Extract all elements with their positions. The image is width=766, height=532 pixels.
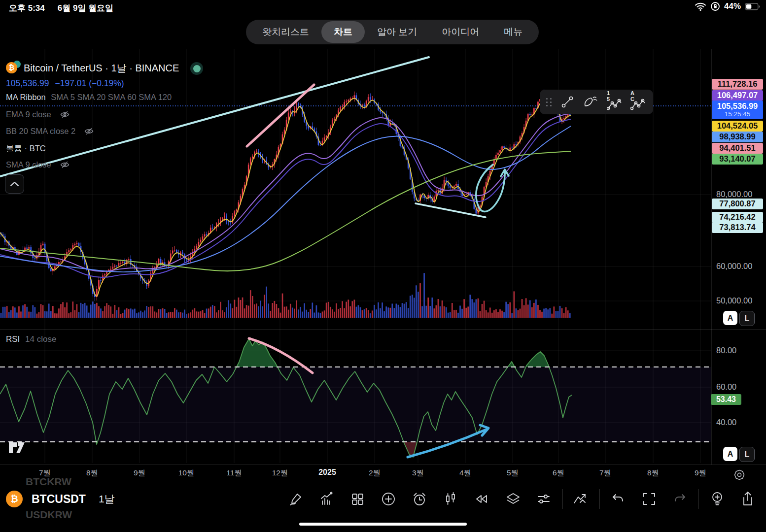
drawing-palette[interactable]: 1 5 A C: [540, 90, 653, 114]
legend-ema9[interactable]: EMA 9 close: [6, 110, 70, 119]
wifi-icon: [695, 2, 706, 11]
alert-button[interactable]: [410, 489, 429, 509]
legend-sma9[interactable]: SMA 9 close: [6, 160, 70, 169]
rsi-legend[interactable]: RSI 14 close: [6, 334, 56, 344]
axis-price-label: 80,000.00: [716, 190, 752, 199]
eye-off-icon[interactable]: [59, 161, 70, 169]
share-button[interactable]: [738, 489, 758, 509]
battery-icon: [745, 3, 760, 10]
ma-ribbon-legend[interactable]: MA Ribbon SMA 5 SMA 20 SMA 60 SMA 120: [6, 93, 172, 102]
rsi-value-badge: 53.43: [711, 394, 741, 405]
price-label: 111,728.16: [712, 79, 763, 90]
eye-off-icon[interactable]: [59, 110, 70, 119]
collapse-legend-button[interactable]: [5, 174, 24, 194]
price-label: 74,216.42: [712, 212, 763, 223]
axis-price-label: 60,000.00: [716, 262, 752, 271]
object-tree-button[interactable]: [534, 489, 554, 509]
price-label: 98,938.99: [712, 132, 763, 142]
chevron-up-icon: [10, 182, 19, 186]
tab-explore[interactable]: 알아 보기: [365, 20, 429, 44]
axis-time-label: 9월: [695, 468, 706, 478]
home-indicator[interactable]: [299, 523, 467, 526]
price-label: 77,800.87: [712, 199, 763, 209]
battery-percent: 44%: [724, 1, 741, 11]
status-bar: 오후 5:34 6월 9일 월요일 44%: [0, 0, 766, 15]
pattern-abc-tool-icon[interactable]: A C: [627, 90, 650, 114]
legend-sma9-label: SMA 9 close: [6, 160, 51, 169]
btc-coin-icon: ₿: [6, 491, 23, 507]
rsi-title: RSI: [6, 334, 20, 344]
axis-time-label: 11월: [226, 468, 242, 478]
ma-ribbon-params: SMA 5 SMA 20 SMA 60 SMA 120: [51, 93, 172, 101]
legend-ema9-label: EMA 9 close: [6, 110, 51, 119]
magnet-pattern-button[interactable]: [571, 489, 591, 509]
draw-tool-button[interactable]: [286, 489, 306, 509]
tab-chart[interactable]: 차트: [321, 21, 365, 43]
symbol-picker[interactable]: ₿ BTCUSDT 1날: [6, 491, 115, 507]
symbol-title: Bitcoin / TetherUS · 1날 · BINANCE: [24, 62, 179, 75]
axis-time-label: 5월: [507, 468, 519, 478]
redo-button[interactable]: [670, 489, 690, 509]
price-label: 106,497.07: [712, 90, 763, 101]
last-price: 105,536.99: [6, 78, 49, 89]
replay-button[interactable]: [472, 489, 491, 509]
axis-time-label: 3월: [412, 468, 424, 478]
legend-volume[interactable]: 볼륨 · BTC: [6, 143, 46, 154]
axis-time-label: 8월: [647, 468, 659, 478]
btc-pair-icon: ₿: [6, 62, 19, 75]
tab-watchlist[interactable]: 왓치리스트: [250, 20, 321, 44]
legend-volume-label: 볼륨 · BTC: [6, 143, 46, 154]
toolbar-separator: [698, 489, 699, 509]
chart-type-button[interactable]: [441, 489, 460, 509]
axis-time-label: 8월: [86, 468, 98, 478]
axis-price-label: 60.00: [716, 382, 736, 392]
pattern-15-label: 1 5: [607, 90, 627, 102]
price-label: 105,536.9915:25:45: [712, 100, 763, 119]
add-button[interactable]: [379, 489, 398, 509]
tradingview-logo[interactable]: [8, 442, 27, 456]
rsi-params: 14 close: [25, 334, 56, 344]
auto-scale-button[interactable]: A: [723, 311, 737, 325]
eye-off-icon[interactable]: [83, 127, 95, 135]
ma-ribbon-title: MA Ribbon: [6, 93, 46, 101]
axis-time-label: 6월: [553, 468, 564, 478]
trendline-tool-icon[interactable]: [556, 90, 579, 114]
price-row: 105,536.99 −197.01 (−0.19%): [6, 78, 124, 89]
undo-button[interactable]: [608, 489, 627, 509]
ghost-symbol-below: USDKRW: [26, 509, 72, 521]
legend-bb[interactable]: BB 20 SMA close 2: [6, 127, 95, 136]
palette-drag-handle[interactable]: [543, 98, 556, 106]
symbol-header[interactable]: ₿ Bitcoin / TetherUS · 1날 · BINANCE: [6, 62, 179, 75]
axis-time-label: 4월: [459, 468, 471, 478]
axis-time-label: 2월: [369, 468, 381, 478]
axis-price-label: 40.00: [716, 418, 736, 427]
layers-button[interactable]: [503, 489, 523, 509]
axis-time-label: 10월: [178, 468, 195, 478]
clock-date: 6월 9일 월요일: [58, 2, 113, 14]
log-scale-button[interactable]: L: [739, 311, 755, 326]
bottom-symbol[interactable]: BTCUSDT: [32, 493, 86, 506]
toolbar-separator: [599, 489, 600, 509]
axis-price-label: 80.00: [716, 346, 736, 355]
time-settings-icon[interactable]: [730, 465, 749, 485]
ghost-symbol-above: BTCKRW: [26, 476, 71, 488]
indicators-button[interactable]: [317, 489, 337, 509]
tab-ideas[interactable]: 아이디어: [429, 20, 491, 44]
tab-menu[interactable]: 메뉴: [491, 20, 535, 44]
rsi-log-scale-button[interactable]: L: [739, 447, 755, 462]
brush-tool-icon[interactable]: [579, 90, 603, 114]
clock-time: 오후 5:34: [9, 2, 45, 14]
interval-selector[interactable]: 1날: [99, 492, 115, 506]
idea-button[interactable]: [707, 489, 727, 509]
fullscreen-button[interactable]: [639, 489, 659, 509]
price-change: −197.01 (−0.19%): [55, 78, 124, 89]
axis-time-label: 7월: [599, 468, 611, 478]
axis-price-label: 50,000.00: [716, 296, 752, 305]
rsi-auto-scale-button[interactable]: A: [723, 447, 737, 461]
toolbar-separator: [562, 489, 563, 509]
pattern-15-tool-icon[interactable]: 1 5: [603, 90, 627, 114]
axis-time-label: 2025: [318, 468, 336, 477]
axis-time-label: 12월: [272, 468, 288, 478]
layout-grid-button[interactable]: [348, 489, 367, 509]
market-status-dot[interactable]: [190, 62, 203, 75]
